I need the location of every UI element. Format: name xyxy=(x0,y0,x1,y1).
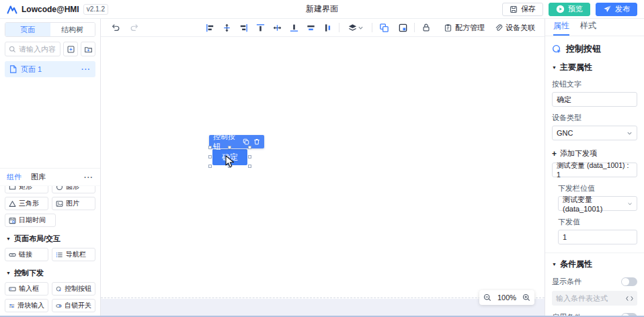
zoom-out-icon[interactable] xyxy=(483,293,491,302)
version-badge: v2.1.2 xyxy=(83,4,108,15)
component-control-button[interactable]: 控制按钮 xyxy=(52,282,95,296)
add-dispatch-label: 添加下发项 xyxy=(560,148,597,158)
component-tabs: 组件 图库 ··· xyxy=(0,169,100,186)
toolbar-divider xyxy=(372,23,372,32)
component-circle[interactable]: 圆形 xyxy=(52,186,95,193)
page-item-more-icon[interactable]: ··· xyxy=(81,65,91,73)
align-bottom-icon xyxy=(289,23,299,33)
distribute-horizontal-button[interactable] xyxy=(272,22,282,33)
resize-handle-nw[interactable] xyxy=(208,146,212,149)
play-icon xyxy=(556,5,565,13)
code-icon[interactable] xyxy=(626,296,633,302)
component-latching-switch[interactable]: 自锁开关 xyxy=(52,299,95,312)
toolbar-right: 配方管理 设备关联 xyxy=(444,23,535,33)
top-header: Lowcode@HMI v2.1.2 新建界面 保存 预览 xyxy=(0,0,644,19)
section-label: 主要属性 xyxy=(560,62,592,73)
ungroup-button[interactable] xyxy=(397,22,408,33)
page-list-item[interactable]: 页面 1 ··· xyxy=(5,61,95,77)
section-layout-interaction[interactable]: ▼ 页面布局/交互 xyxy=(6,234,95,244)
dispatch-value-label: 下发值 xyxy=(558,217,637,227)
distribute-vertical-button[interactable] xyxy=(221,22,232,33)
component-datetime[interactable]: 日期时间 xyxy=(5,214,56,227)
collapse-arrow-icon: ▼ xyxy=(6,236,11,241)
tab-style[interactable]: 样式 xyxy=(580,20,596,36)
component-link[interactable]: 链接 xyxy=(5,248,48,261)
align-right-button[interactable] xyxy=(238,22,249,33)
dispatch-item-header[interactable]: 测试变量 (data_1001) : 1 xyxy=(552,163,637,177)
publish-button[interactable]: 发布 xyxy=(596,3,637,16)
component-panel-more-icon[interactable]: ··· xyxy=(84,173,93,181)
component-input-box[interactable]: 输入框 xyxy=(5,282,48,296)
toolbar-divider xyxy=(339,23,339,32)
layer-order-button[interactable] xyxy=(346,22,366,33)
save-label: 保存 xyxy=(521,4,536,14)
dispatch-value-input[interactable] xyxy=(558,230,637,244)
control-grid: 输入框 控制按钮 滑块输入 xyxy=(5,282,95,317)
tab-gallery[interactable]: 图库 xyxy=(31,172,46,182)
display-condition-toggle[interactable] xyxy=(621,277,637,286)
alignment-tools xyxy=(204,22,333,33)
tab-components[interactable]: 组件 xyxy=(7,172,22,182)
page-surface[interactable] xyxy=(101,37,545,298)
align-middle-button[interactable] xyxy=(305,22,316,33)
canvas-toolbar: 配方管理 设备关联 xyxy=(101,19,545,37)
shape-row-1: 矩形 圆形 xyxy=(5,186,95,193)
left-sidebar: 页面 结构树 请输入内容 xyxy=(0,19,101,317)
device-type-select[interactable]: GNC xyxy=(552,126,637,140)
add-folder-button[interactable] xyxy=(81,42,95,56)
preview-button[interactable]: 预览 xyxy=(549,3,590,16)
device-link-label: 设备关联 xyxy=(506,23,535,33)
add-page-button[interactable] xyxy=(63,42,78,56)
align-center-button[interactable] xyxy=(322,22,333,33)
component-list: 矩形 圆形 三角形 xyxy=(0,186,100,317)
save-icon xyxy=(510,5,518,13)
redo-icon xyxy=(130,23,139,32)
device-link-button[interactable]: 设备关联 xyxy=(494,23,535,33)
chevron-down-icon xyxy=(627,201,633,207)
recipe-manage-button[interactable]: 配方管理 xyxy=(444,23,485,33)
tab-properties[interactable]: 属性 xyxy=(553,20,569,36)
header-actions: 保存 预览 发布 xyxy=(502,3,637,16)
undo-button[interactable] xyxy=(110,22,121,33)
lock-button[interactable] xyxy=(421,22,432,33)
align-left-button[interactable] xyxy=(204,22,215,33)
resize-handle-n[interactable] xyxy=(228,146,231,149)
resize-handle-ne[interactable] xyxy=(248,146,251,149)
tab-pages[interactable]: 页面 xyxy=(5,23,50,36)
resize-handle-se[interactable] xyxy=(248,165,251,168)
copy-icon[interactable] xyxy=(243,138,249,145)
group-icon xyxy=(379,23,389,33)
display-condition-input[interactable]: 输入条件表达式 xyxy=(552,291,637,306)
trash-icon[interactable] xyxy=(253,138,260,145)
save-button[interactable]: 保存 xyxy=(502,3,543,16)
component-navbar[interactable]: 导航栏 xyxy=(52,248,95,261)
control-button-icon xyxy=(56,285,62,293)
button-text-input[interactable] xyxy=(552,92,637,107)
section-conditions[interactable]: ▼ 条件属性 xyxy=(552,259,637,270)
component-triangle[interactable]: 三角形 xyxy=(5,197,48,210)
lock-icon xyxy=(421,23,431,32)
component-image[interactable]: 图片 xyxy=(52,197,95,210)
resize-handle-sw[interactable] xyxy=(208,165,212,168)
search-placeholder: 请输入内容 xyxy=(19,44,56,54)
search-input[interactable]: 请输入内容 xyxy=(5,42,61,56)
redo-button[interactable] xyxy=(129,22,140,33)
field-value-select[interactable]: 测试变量 (data_1001) xyxy=(558,196,637,211)
inspector-body: 控制按钮 ▼ 主要属性 按钮文字 设备类型 GNC + 添加下发项 测试变量 (… xyxy=(545,36,644,317)
component-slider-input[interactable]: 滑块输入 xyxy=(5,299,48,312)
align-top-button[interactable] xyxy=(255,22,266,33)
control-button-icon xyxy=(552,44,562,54)
section-control-dispatch[interactable]: ▼ 控制下发 xyxy=(6,268,95,278)
section-main-props[interactable]: ▼ 主要属性 xyxy=(552,62,637,73)
tab-structure-tree[interactable]: 结构树 xyxy=(50,23,95,36)
dispatch-item-fields: 下发栏位值 测试变量 (data_1001) 下发值 xyxy=(552,183,637,244)
canvas[interactable]: 控制按钮 确定 xyxy=(101,37,545,317)
add-dispatch-button[interactable]: + 添加下发项 xyxy=(552,148,637,158)
layers-icon xyxy=(348,23,358,33)
align-bottom-button[interactable] xyxy=(288,22,299,33)
zoom-in-icon[interactable] xyxy=(522,293,530,302)
resize-handle-e[interactable] xyxy=(248,155,251,158)
group-button[interactable] xyxy=(378,22,389,33)
component-rectangle[interactable]: 矩形 xyxy=(5,186,48,193)
resize-handle-w[interactable] xyxy=(208,155,212,158)
